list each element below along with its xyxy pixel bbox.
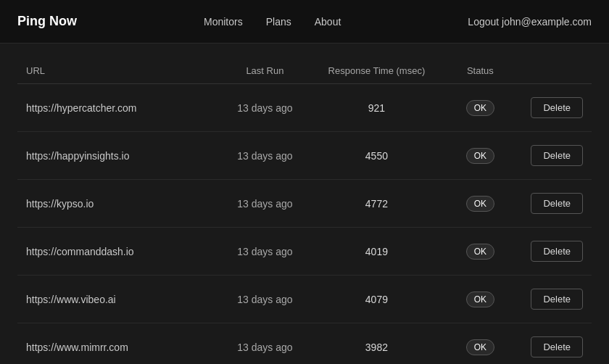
table-body: https://hypercatcher.com 13 days ago 921… bbox=[17, 84, 592, 365]
cell-lastrun: 13 days ago bbox=[215, 84, 315, 132]
cell-lastrun: 13 days ago bbox=[215, 276, 315, 323]
cell-status: OK bbox=[438, 180, 522, 228]
main-nav: Monitors Plans About bbox=[204, 16, 341, 28]
status-badge: OK bbox=[466, 100, 494, 116]
cell-status: OK bbox=[438, 228, 522, 276]
cell-url: https://happyinsights.io bbox=[17, 132, 215, 180]
cell-status: OK bbox=[438, 84, 522, 132]
table-row: https://commanddash.io 13 days ago 4019 … bbox=[17, 228, 592, 276]
table-row: https://kypso.io 13 days ago 4772 OK Del… bbox=[17, 180, 592, 228]
status-badge: OK bbox=[466, 339, 494, 355]
cell-status: OK bbox=[438, 323, 522, 365]
delete-button[interactable]: Delete bbox=[531, 289, 583, 310]
cell-status: OK bbox=[438, 132, 522, 180]
col-header-response: Response Time (msec) bbox=[315, 58, 439, 84]
cell-url: https://hypercatcher.com bbox=[17, 84, 215, 132]
nav-about[interactable]: About bbox=[315, 16, 341, 28]
status-badge: OK bbox=[466, 244, 494, 260]
delete-button[interactable]: Delete bbox=[531, 241, 583, 262]
nav-monitors[interactable]: Monitors bbox=[204, 16, 243, 28]
cell-url: https://www.vibeo.ai bbox=[17, 276, 215, 323]
cell-response-time: 3982 bbox=[315, 323, 439, 365]
monitors-table: URL Last Run Response Time (msec) Status… bbox=[17, 58, 592, 364]
delete-button[interactable]: Delete bbox=[531, 336, 583, 357]
app-header: Ping Now Monitors Plans About Logout joh… bbox=[0, 0, 609, 44]
cell-response-time: 4772 bbox=[315, 180, 439, 228]
cell-action: Delete bbox=[522, 84, 592, 132]
nav-plans[interactable]: Plans bbox=[266, 16, 291, 28]
auth-logout[interactable]: Logout john@example.com bbox=[468, 16, 592, 28]
main-content: URL Last Run Response Time (msec) Status… bbox=[0, 44, 609, 364]
table-row: https://hypercatcher.com 13 days ago 921… bbox=[17, 84, 592, 132]
status-badge: OK bbox=[466, 291, 494, 307]
col-header-lastrun: Last Run bbox=[215, 58, 315, 84]
delete-button[interactable]: Delete bbox=[531, 193, 583, 214]
status-badge: OK bbox=[466, 196, 494, 212]
cell-response-time: 4019 bbox=[315, 228, 439, 276]
cell-action: Delete bbox=[522, 276, 592, 323]
cell-action: Delete bbox=[522, 228, 592, 276]
col-header-url: URL bbox=[17, 58, 215, 84]
cell-response-time: 4079 bbox=[315, 276, 439, 323]
cell-lastrun: 13 days ago bbox=[215, 228, 315, 276]
cell-action: Delete bbox=[522, 323, 592, 365]
app-logo: Ping Now bbox=[17, 14, 77, 29]
table-row: https://www.vibeo.ai 13 days ago 4079 OK… bbox=[17, 276, 592, 323]
cell-lastrun: 13 days ago bbox=[215, 323, 315, 365]
cell-status: OK bbox=[438, 276, 522, 323]
col-header-action bbox=[522, 58, 592, 84]
cell-url: https://www.mimrr.com bbox=[17, 323, 215, 365]
cell-lastrun: 13 days ago bbox=[215, 180, 315, 228]
status-badge: OK bbox=[466, 148, 494, 164]
table-row: https://happyinsights.io 13 days ago 455… bbox=[17, 132, 592, 180]
delete-button[interactable]: Delete bbox=[531, 145, 583, 166]
table-header: URL Last Run Response Time (msec) Status bbox=[17, 58, 592, 84]
cell-response-time: 921 bbox=[315, 84, 439, 132]
cell-action: Delete bbox=[522, 132, 592, 180]
table-row: https://www.mimrr.com 13 days ago 3982 O… bbox=[17, 323, 592, 365]
cell-lastrun: 13 days ago bbox=[215, 132, 315, 180]
cell-action: Delete bbox=[522, 180, 592, 228]
col-header-status: Status bbox=[438, 58, 522, 84]
cell-response-time: 4550 bbox=[315, 132, 439, 180]
cell-url: https://kypso.io bbox=[17, 180, 215, 228]
cell-url: https://commanddash.io bbox=[17, 228, 215, 276]
delete-button[interactable]: Delete bbox=[531, 97, 583, 118]
